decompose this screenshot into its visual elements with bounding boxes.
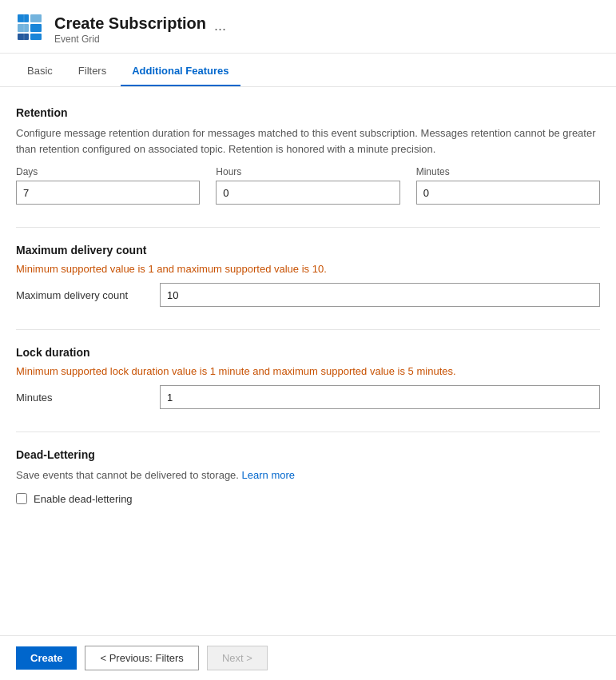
title-group: Create Subscription Event Grid [54, 13, 206, 45]
hours-input[interactable] [216, 181, 399, 205]
previous-button[interactable]: < Previous: Filters [85, 646, 198, 670]
tab-basic[interactable]: Basic [16, 57, 64, 86]
minutes-retention-input[interactable] [416, 181, 600, 205]
dead-lettering-checkbox-label: Enable dead-lettering [34, 493, 133, 505]
page-title: Create Subscription [54, 13, 206, 34]
footer-bar: Create < Previous: Filters Next > [0, 635, 616, 680]
svg-rect-4 [30, 24, 42, 32]
next-button: Next > [207, 646, 268, 670]
days-input[interactable] [16, 181, 200, 205]
dead-lettering-desc-text: Save events that cannot be delivered to … [16, 469, 242, 481]
event-grid-icon [16, 13, 45, 42]
days-label: Days [16, 166, 200, 177]
main-content: Retention Configure message retention du… [0, 87, 616, 547]
svg-rect-5 [18, 34, 29, 40]
tab-bar: Basic Filters Additional Features [0, 57, 616, 87]
minutes-retention-field: Minutes [416, 166, 600, 205]
tab-filters[interactable]: Filters [67, 57, 117, 86]
dead-lettering-title: Dead-Lettering [16, 448, 600, 461]
hours-field: Hours [216, 166, 399, 205]
lock-duration-section: Lock duration Minimum supported lock dur… [16, 346, 600, 409]
page-header: Create Subscription Event Grid ··· [0, 0, 616, 54]
divider-1 [16, 227, 600, 228]
retention-description: Configure message retention duration for… [16, 125, 600, 157]
delivery-count-title: Maximum delivery count [16, 244, 600, 256]
dead-lettering-checkbox[interactable] [16, 493, 27, 504]
learn-more-link[interactable]: Learn more [242, 469, 295, 481]
dead-lettering-section: Dead-Lettering Save events that cannot b… [16, 448, 600, 505]
create-button[interactable]: Create [16, 646, 77, 670]
lock-duration-row: Minutes [16, 385, 600, 409]
delivery-count-input[interactable] [160, 283, 600, 307]
svg-rect-1 [18, 14, 29, 22]
divider-3 [16, 431, 600, 432]
svg-rect-3 [18, 24, 29, 32]
days-field: Days [16, 166, 200, 205]
more-options-button[interactable]: ··· [214, 21, 226, 38]
hours-label: Hours [216, 166, 399, 177]
retention-fields-row: Days Hours Minutes [16, 166, 600, 205]
lock-duration-label: Minutes [16, 392, 144, 404]
delivery-count-section: Maximum delivery count Minimum supported… [16, 244, 600, 307]
delivery-count-info: Minimum supported value is 1 and maximum… [16, 263, 600, 275]
dead-lettering-checkbox-row: Enable dead-lettering [16, 493, 600, 505]
retention-section: Retention Configure message retention du… [16, 106, 600, 205]
retention-title: Retention [16, 106, 600, 119]
delivery-count-row: Maximum delivery count [16, 283, 600, 307]
svg-rect-2 [30, 14, 42, 22]
lock-duration-title: Lock duration [16, 346, 600, 359]
delivery-count-label: Maximum delivery count [16, 289, 144, 301]
divider-2 [16, 329, 600, 330]
lock-duration-info: Minimum supported lock duration value is… [16, 365, 600, 377]
tab-additional-features[interactable]: Additional Features [121, 57, 240, 86]
svg-rect-6 [30, 34, 42, 40]
minutes-retention-label: Minutes [416, 166, 600, 177]
dead-lettering-description: Save events that cannot be delivered to … [16, 467, 600, 483]
page-subtitle: Event Grid [54, 34, 206, 45]
lock-duration-input[interactable] [160, 385, 600, 409]
